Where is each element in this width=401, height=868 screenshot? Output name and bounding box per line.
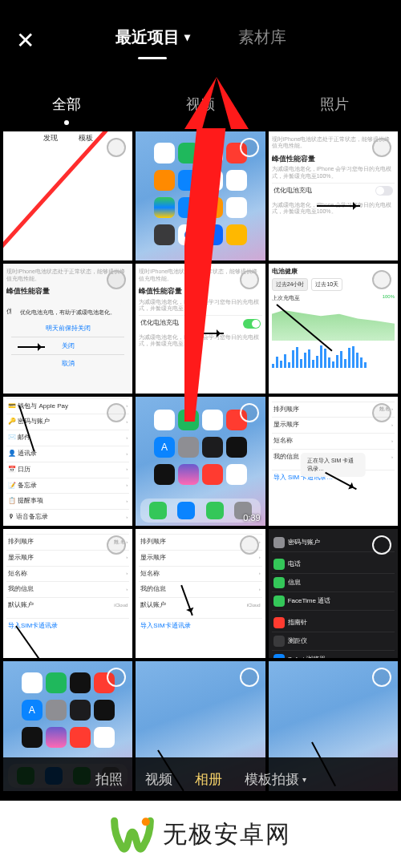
label: 优化电池充电 <box>140 318 179 329</box>
thumb-10[interactable]: 排列顺序姓,名 › 显示顺序› 短名称› 我的信息› 默认账户iCloud 导入… <box>3 529 132 658</box>
r: FaceTime 通话 <box>288 596 331 605</box>
thumb-5[interactable]: 现时iPhone电池状态处于正常状态，能够提供峰值充电性能。 峰值性能容量 为减… <box>136 264 265 393</box>
bottom-template-label: 模板拍摄 <box>245 770 299 789</box>
filter-tabs: 全部 视频 照片 <box>0 80 401 128</box>
thumb-3[interactable]: 现时iPhone电池状态处于正常状态，能够提供峰值充电性能。 峰值性能容量 为减… <box>269 131 398 260</box>
modal-title: 优化电池充电，有助于减缓电池老化。 <box>11 304 124 320</box>
wuji-logo-icon <box>110 812 155 857</box>
select-circle[interactable] <box>240 403 259 422</box>
arrow-icon <box>18 346 45 348</box>
toast: 正在导入 SIM 卡通讯录… <box>301 453 366 477</box>
chevron-down-icon: ▾ <box>184 30 190 43</box>
desc2: 为减缓电池老化，iPhone 会学习您每日的充电模式，并暂缓充电至100%。 <box>272 166 395 180</box>
modal-cancel: 取消 <box>11 355 124 372</box>
arrow-icon <box>317 205 360 207</box>
thumb-8[interactable]: A 0:39 <box>136 397 265 526</box>
label: 优化电池充电 <box>273 186 312 196</box>
select-circle[interactable] <box>240 535 259 555</box>
tab-library[interactable]: 素材库 <box>238 26 286 55</box>
modal-opt1: 明天前保持关闭 <box>11 320 124 337</box>
watermark-footer: 无极安卓网 <box>0 801 401 868</box>
thumb-11[interactable]: 排列顺序› 显示顺序› 短名称› 我的信息› 默认账户iCloud 导入SIM卡… <box>136 529 265 658</box>
toggle-on-icon <box>243 319 261 329</box>
r: 语音备忘录 <box>16 513 48 520</box>
row: 优化电池充电 <box>139 315 261 331</box>
r: 我的信息 <box>140 584 166 595</box>
v: iCloud <box>247 602 261 610</box>
r: 信息 <box>288 578 301 587</box>
filter-all[interactable]: 全部 <box>0 95 134 114</box>
r: 备忘录 <box>18 482 37 489</box>
thumb-4[interactable]: 现时iPhone电池状态处于正常状态，能够提供峰值充电性能。 峰值性能容量 优化… <box>3 264 132 393</box>
thumb-12[interactable]: 密码与账户 电话 信息 FaceTime 通话 指南针 测距仪 Safari 浏… <box>269 529 398 658</box>
v: iCloud <box>114 602 128 610</box>
mini-tab-discover: 发现 <box>43 133 58 143</box>
pct: 100% <box>383 294 395 302</box>
desc3: 为减缓电池老化，iPhone 会学习您每日的充电模式，并暂缓充电至100%。 <box>272 202 395 216</box>
filter-photo[interactable]: 照片 <box>267 95 401 114</box>
watermark-text: 无极安卓网 <box>163 818 291 851</box>
bottom-shoot[interactable]: 拍照 <box>95 770 123 789</box>
import-link: 导入SIM卡通讯录 <box>140 621 190 632</box>
desc2: 为减缓电池老化，iPhone 会学习您每日的充电模式，并暂缓充电至100%。 <box>139 299 261 313</box>
modal: 优化电池充电，有助于减缓电池老化。 明天前保持关闭 关闭 取消 <box>11 304 124 372</box>
video-duration: 0:39 <box>243 513 260 523</box>
select-circle[interactable] <box>372 403 391 422</box>
r: Safari 浏览器 <box>288 655 326 658</box>
r: 排列顺序 <box>140 537 166 547</box>
area-chart-icon <box>272 302 395 341</box>
row: 优化电池充电 <box>272 183 395 199</box>
last-label: 上次充电至 <box>272 294 300 302</box>
select-circle[interactable] <box>372 138 391 157</box>
r: 短名称 <box>8 569 27 579</box>
mini-tab-template: 模板 <box>79 133 93 143</box>
r: 我的信息 <box>273 452 299 462</box>
r: 排列顺序 <box>273 405 299 415</box>
r: 电话 <box>288 559 301 568</box>
select-circle[interactable] <box>240 138 259 157</box>
r: 短名称 <box>140 569 160 579</box>
svg-point-3 <box>142 818 150 826</box>
thumb-6[interactable]: 电池健康 过去24小时 过去10天 上次充电至 100% <box>269 264 398 393</box>
r: 显示顺序 <box>8 553 34 563</box>
close-button[interactable]: ✕ <box>16 27 56 54</box>
r: 排列顺序 <box>8 537 34 547</box>
r: 默认账户 <box>140 600 166 611</box>
select-circle[interactable] <box>240 668 259 687</box>
toggle-off-icon <box>375 186 393 196</box>
r: 测距仪 <box>288 636 307 645</box>
bar-chart-icon <box>272 345 395 368</box>
r: 密码与账户 <box>288 538 320 547</box>
red-line-icon <box>3 131 120 255</box>
r: 默认账户 <box>8 600 34 611</box>
r: 钱包与 Apple Pay <box>18 402 68 410</box>
tab-recent[interactable]: 最近项目 ▾ <box>115 26 190 55</box>
select-circle[interactable] <box>240 270 259 289</box>
chevron-down-icon: ▾ <box>302 775 306 784</box>
r: 指南针 <box>288 618 307 627</box>
r: 短名称 <box>273 436 293 446</box>
r: 显示顺序 <box>140 553 166 563</box>
select-circle[interactable] <box>107 403 126 422</box>
tab-24h: 过去24小时 <box>272 278 309 291</box>
bottom-template[interactable]: 模板拍摄 ▾ <box>245 770 306 789</box>
thumb-7[interactable]: 💳 钱包与 Apple Pay› 🔑 密码与账户› ✉️ 邮件› 👤 通讯录› … <box>3 397 132 526</box>
arrow-icon <box>185 333 224 334</box>
bottom-tabs: 拍照 视频 相册 模板拍摄 ▾ <box>0 757 401 801</box>
media-grid: 发现 模板 Q 现时iPhone电池状态处于正常状态，能够提供峰值充电性能。 <box>0 128 401 794</box>
header: ✕ 最近项目 ▾ 素材库 <box>0 0 401 80</box>
thumb-1[interactable]: 发现 模板 <box>3 131 132 260</box>
thumb-2[interactable]: Q <box>136 131 265 260</box>
desc3: 为减缓电池老化，iPhone 会学习您每日的充电模式，并暂缓充电至100%。 <box>139 334 261 348</box>
bottom-video[interactable]: 视频 <box>145 770 172 789</box>
bottom-album[interactable]: 相册 <box>195 770 222 789</box>
select-circle[interactable] <box>372 535 391 555</box>
select-circle[interactable] <box>107 138 126 157</box>
r: 提醒事项 <box>18 497 43 504</box>
tab-recent-label: 最近项目 <box>115 26 180 48</box>
filter-video[interactable]: 视频 <box>134 95 268 114</box>
r: 显示顺序 <box>273 420 299 430</box>
thumb-9[interactable]: 排列顺序姓,名 › 显示顺序› 短名称› 我的信息› 导入 SIM 卡通讯录… … <box>269 397 398 526</box>
source-tabs: 最近项目 ▾ 素材库 <box>56 26 345 55</box>
r: 日历 <box>18 466 30 473</box>
